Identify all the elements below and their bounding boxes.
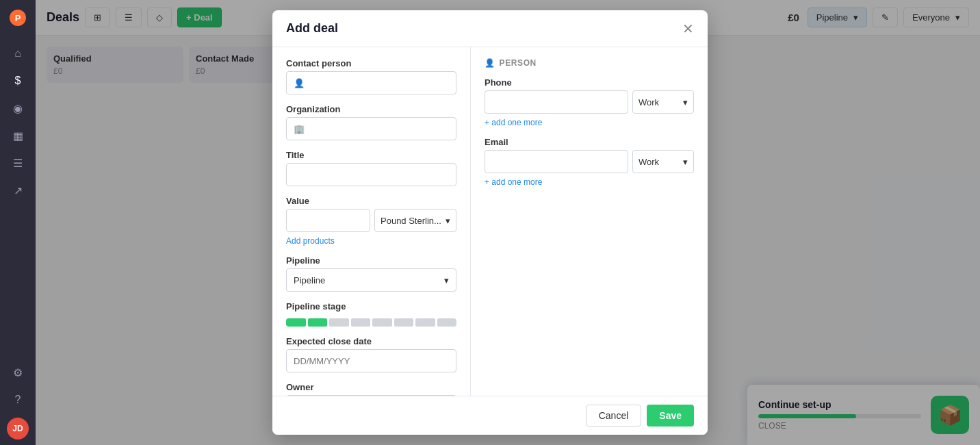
organization-label: Organization xyxy=(286,104,456,114)
person-icon-right: 👤 xyxy=(485,58,495,68)
organization-input[interactable] xyxy=(309,124,449,134)
email-row: Work ▾ xyxy=(485,150,694,173)
add-products-link[interactable]: Add products xyxy=(286,236,456,246)
email-label: Email xyxy=(485,137,694,147)
contact-person-input[interactable] xyxy=(309,78,449,88)
contact-person-input-wrapper[interactable]: 👤 xyxy=(286,71,456,94)
currency-selector[interactable]: Pound Sterlin... ▾ xyxy=(374,209,456,232)
email-input[interactable] xyxy=(485,150,628,173)
deals-icon[interactable]: $ xyxy=(5,68,30,93)
pipeline-value: Pipeline xyxy=(294,275,325,285)
value-field: Value Pound Sterlin... ▾ Add products xyxy=(286,196,456,246)
person-section-label: PERSON xyxy=(500,58,537,68)
stage-7 xyxy=(415,318,435,327)
modal-header: Add deal ✕ xyxy=(272,10,708,47)
modal-body: Contact person 👤 Organization 🏢 Title xyxy=(272,47,708,396)
stage-6 xyxy=(394,318,414,327)
contact-person-label: Contact person xyxy=(286,58,456,68)
owner-label: Owner xyxy=(286,382,456,392)
phone-type-label: Work xyxy=(639,97,659,107)
contact-person-field: Contact person 👤 xyxy=(286,58,456,94)
phone-label: Phone xyxy=(485,77,694,88)
add-email-link[interactable]: + add one more xyxy=(485,177,694,187)
tools-icon[interactable]: ⚙ xyxy=(5,360,30,385)
pipeline-selector-modal[interactable]: Pipeline ▾ xyxy=(286,268,456,292)
stage-4 xyxy=(351,318,371,327)
stage-3 xyxy=(329,318,349,327)
title-field: Title xyxy=(286,150,456,186)
value-input-wrapper[interactable] xyxy=(286,209,370,232)
pipeline-field-label: Pipeline xyxy=(286,255,456,266)
sidebar: P ⌂ $ ◉ ▦ ☰ ↗ ⚙ ? JD xyxy=(0,0,36,445)
insights-icon[interactable]: ↗ xyxy=(5,178,30,203)
person-icon: 👤 xyxy=(294,78,305,88)
app-logo[interactable]: P xyxy=(5,5,30,30)
currency-dropdown-icon: ▾ xyxy=(446,216,450,226)
modal-left-panel: Contact person 👤 Organization 🏢 Title xyxy=(272,47,471,396)
phone-field: Phone Work ▾ + add one more xyxy=(485,77,694,127)
add-deal-modal: Add deal ✕ Contact person 👤 Organization… xyxy=(272,10,708,435)
title-label: Title xyxy=(286,150,456,160)
help-icon[interactable]: ? xyxy=(5,387,30,412)
close-date-field: Expected close date xyxy=(286,336,456,372)
pipeline-dropdown-icon-modal: ▾ xyxy=(444,275,449,285)
organization-input-wrapper[interactable]: 🏢 xyxy=(286,117,456,140)
phone-type-selector[interactable]: Work ▾ xyxy=(632,90,694,114)
user-avatar[interactable]: JD xyxy=(7,418,29,440)
leads-icon[interactable]: ◉ xyxy=(5,96,30,120)
value-row: Pound Sterlin... ▾ xyxy=(286,209,456,232)
modal-right-panel: 👤 PERSON Phone Work ▾ + add one more Ema… xyxy=(471,47,708,396)
stage-2 xyxy=(308,318,328,327)
organization-field: Organization 🏢 xyxy=(286,104,456,140)
stage-1 xyxy=(286,318,306,327)
cancel-button[interactable]: Cancel xyxy=(586,405,642,427)
pipeline-stage-bar xyxy=(286,318,456,327)
org-icon: 🏢 xyxy=(294,124,305,134)
stage-8 xyxy=(437,318,457,327)
home-icon[interactable]: ⌂ xyxy=(5,41,30,66)
email-type-dropdown-icon: ▾ xyxy=(683,157,688,167)
person-section-header: 👤 PERSON xyxy=(485,58,694,68)
close-date-input-wrapper[interactable] xyxy=(286,349,456,372)
add-phone-link[interactable]: + add one more xyxy=(485,118,694,127)
save-button[interactable]: Save xyxy=(647,405,694,427)
svg-text:P: P xyxy=(15,13,21,23)
modal-footer: Cancel Save xyxy=(272,396,708,435)
email-type-selector[interactable]: Work ▾ xyxy=(632,150,694,173)
close-date-input[interactable] xyxy=(294,356,449,366)
calendar-icon[interactable]: ▦ xyxy=(5,123,30,148)
modal-title: Add deal xyxy=(286,21,338,36)
close-date-label: Expected close date xyxy=(286,336,456,346)
value-label: Value xyxy=(286,196,456,206)
pipeline-stage-label: Pipeline stage xyxy=(286,301,456,312)
pipeline-stage-field: Pipeline stage xyxy=(286,301,456,327)
title-input[interactable] xyxy=(294,170,449,180)
pipeline-field: Pipeline Pipeline ▾ xyxy=(286,255,456,292)
email-type-label: Work xyxy=(639,157,659,167)
phone-row: Work ▾ xyxy=(485,90,694,114)
email-field: Email Work ▾ + add one more xyxy=(485,137,694,187)
modal-close-button[interactable]: ✕ xyxy=(682,22,694,36)
currency-label: Pound Sterlin... xyxy=(381,216,441,226)
owner-field: Owner JD ▾ xyxy=(286,382,456,396)
phone-input[interactable] xyxy=(485,90,628,114)
phone-type-dropdown-icon: ▾ xyxy=(683,97,688,107)
title-input-wrapper[interactable] xyxy=(286,163,456,186)
stage-5 xyxy=(372,318,392,327)
value-input[interactable] xyxy=(294,216,363,226)
contacts-icon[interactable]: ☰ xyxy=(5,151,30,175)
